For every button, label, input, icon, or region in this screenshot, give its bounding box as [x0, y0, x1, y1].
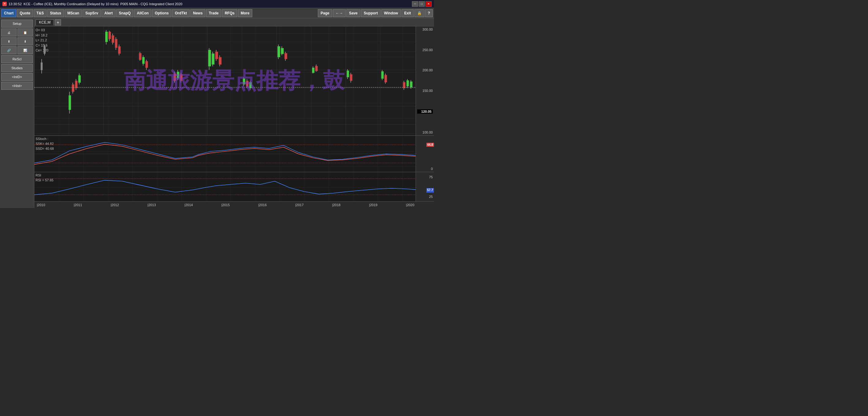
minimize-button[interactable]: ─	[412, 1, 418, 7]
hist-button[interactable]: <Hist>	[1, 82, 33, 90]
rsi-scale-75: 75	[429, 175, 433, 179]
up-button[interactable]: ⬆	[1, 37, 17, 45]
price-scale: 300.00 250.00 200.00 150.00 120.05 100.0…	[415, 26, 434, 135]
more-button[interactable]: More	[238, 9, 252, 17]
add-chart-tab-button[interactable]: +	[55, 19, 61, 25]
x-2014: |2014	[185, 203, 193, 207]
price-150: 150.00	[417, 89, 433, 93]
x-2015: |2015	[221, 203, 229, 207]
svg-rect-41	[142, 57, 145, 64]
x-2018: |2018	[332, 203, 341, 207]
svg-rect-71	[312, 68, 314, 73]
svg-rect-79	[381, 71, 384, 79]
rsi-scale: 75 57.7 25	[415, 172, 434, 201]
sidebar-icon-row-1: 🖨 📋	[1, 29, 33, 36]
svg-rect-45	[174, 73, 176, 81]
price-250: 250.00	[417, 48, 433, 52]
exit-button[interactable]: Exit	[402, 9, 414, 17]
stoch-svg	[34, 136, 415, 172]
ordtkt-button[interactable]: OrdTkt	[172, 9, 189, 17]
close-button[interactable]: ✕	[426, 1, 432, 7]
title-bar: ✦ 13:30:52 KCE - Coffee (ICE), Monthly C…	[0, 0, 434, 8]
toolbar-left-buttons: Chart Quote T&S Status MScan SupSrv Aler…	[1, 9, 252, 17]
copy-button[interactable]: 📋	[18, 29, 33, 36]
status-button[interactable]: Status	[47, 9, 64, 17]
stoch-scale: 44.8 0	[415, 136, 434, 172]
rescl-button[interactable]: ReScl	[1, 55, 33, 63]
trade-button[interactable]: Trade	[206, 9, 221, 17]
svg-rect-55	[215, 52, 218, 59]
chart-content: 南通旅游景点推荐，鼓 O= 03 H= 18.2 L= 21.2 C= 15.6…	[34, 26, 434, 208]
svg-rect-31	[108, 32, 111, 39]
ts-button[interactable]: T&S	[34, 9, 46, 17]
svg-rect-21	[69, 95, 71, 110]
svg-rect-19	[44, 46, 46, 54]
main-toolbar: Chart Quote T&S Status MScan SupSrv Aler…	[0, 8, 434, 19]
x-2019: |2019	[369, 203, 377, 207]
candlestick-svg	[34, 26, 415, 135]
svg-rect-39	[139, 53, 142, 60]
app-icon: ✦	[2, 2, 7, 6]
maximize-button[interactable]: □	[419, 1, 425, 7]
help-button[interactable]: ?	[425, 9, 433, 17]
current-price-badge: 120.05	[417, 109, 433, 114]
x-2020: |2020	[406, 203, 414, 207]
lock-button[interactable]: 🔒	[414, 9, 425, 17]
svg-rect-33	[112, 35, 114, 43]
svg-rect-49	[180, 74, 183, 81]
page-button[interactable]: Page	[318, 9, 332, 17]
svg-rect-47	[177, 72, 179, 78]
svg-rect-29	[105, 32, 108, 42]
supsrv-button[interactable]: SupSrv	[83, 9, 101, 17]
snapq-button[interactable]: SnapQ	[116, 9, 134, 17]
rsi-badge: 57.7	[426, 188, 434, 192]
rsi-svg	[34, 172, 415, 201]
svg-rect-73	[315, 66, 318, 71]
news-button[interactable]: News	[190, 9, 205, 17]
stoch-badge: 44.8	[426, 143, 434, 147]
x-2010: |2010	[37, 203, 45, 207]
sidebar-icon-row-3: 🔗 📊	[1, 46, 33, 54]
price-100: 100.00	[417, 130, 433, 134]
svg-rect-67	[281, 48, 284, 54]
toolbar-right-buttons: Page ←→ Save Support Window Exit 🔒 ?	[318, 9, 433, 17]
svg-rect-65	[277, 46, 280, 57]
svg-rect-77	[350, 74, 352, 81]
svg-rect-37	[118, 46, 121, 54]
svg-rect-43	[146, 61, 148, 68]
options-button[interactable]: Options	[152, 9, 171, 17]
stoch-indicator: SStoch : SSK= 44.82 SSD= 40.68	[34, 136, 434, 172]
rsi-indicator: RSI RSI = 57.65 75 57.7 25	[34, 172, 434, 201]
mscan-button[interactable]: MScan	[65, 9, 82, 17]
allcon-button[interactable]: AllCon	[134, 9, 151, 17]
title-page: P005 MAIN - CQG Integrated Client 2020	[120, 2, 182, 6]
chart-area: KCE,M + 南通旅游景点推荐，鼓 O= 03 H= 18.2 L= 21.2…	[34, 19, 434, 208]
stoch-scale-0: 0	[431, 167, 433, 171]
chart-type-button[interactable]: 📊	[18, 46, 33, 54]
rsi-scale-25: 25	[429, 195, 433, 198]
chart-button[interactable]: Chart	[1, 9, 16, 17]
x-2013: |2013	[148, 203, 156, 207]
print-button[interactable]: 🖨	[1, 29, 17, 36]
svg-rect-61	[246, 81, 249, 87]
support-button[interactable]: Support	[361, 9, 381, 17]
svg-rect-85	[406, 81, 409, 86]
save-button[interactable]: Save	[346, 9, 361, 17]
svg-rect-53	[212, 54, 215, 65]
chart-tab-kce[interactable]: KCE,M	[36, 19, 54, 25]
sidebar: Setup 🖨 📋 ⬆ ⬇ 🔗 📊 ReScl Studies <IntD> <…	[0, 19, 34, 208]
alert-button[interactable]: Alert	[101, 9, 115, 17]
window-button[interactable]: Window	[381, 9, 401, 17]
x-2011: |2011	[73, 203, 82, 207]
quote-button[interactable]: Quote	[17, 9, 33, 17]
svg-rect-87	[410, 82, 412, 87]
x-axis-labels: |2010 |2011 |2012 |2013 |2014 |2015 |201…	[36, 203, 415, 207]
rfqs-button[interactable]: RFQs	[222, 9, 237, 17]
intd-button[interactable]: <IntD>	[1, 73, 33, 81]
svg-rect-69	[284, 53, 287, 59]
down-button[interactable]: ⬇	[18, 37, 33, 45]
nav-button[interactable]: ←→	[333, 9, 346, 17]
link-button[interactable]: 🔗	[1, 46, 17, 54]
setup-button[interactable]: Setup	[1, 20, 33, 28]
studies-button[interactable]: Studies	[1, 64, 33, 72]
